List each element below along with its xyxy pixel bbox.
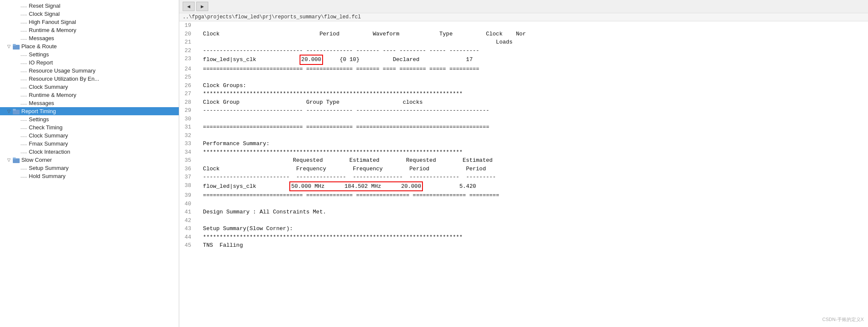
line-row: 22 ------------------------------ ------… [179, 47, 868, 55]
sidebar-item-settings-3[interactable]: ……Settings [0, 115, 179, 123]
line-row: 32 [179, 131, 868, 140]
line-number: 24 [179, 65, 196, 73]
sidebar-item-reset-signal[interactable]: ……Reset Signal [0, 2, 179, 10]
line-number: 37 [179, 173, 196, 181]
line-content: TNS Falling [196, 241, 246, 250]
dash-prefix: …… [20, 35, 27, 41]
line-row: 45 TNS Falling [179, 241, 868, 250]
sidebar-item-runtime-memory-2[interactable]: ……Runtime & Memory [0, 91, 179, 99]
breadcrumb: ..\fpga\projects\flow_led\prj\reports_su… [179, 13, 868, 21]
dash-prefix: …… [20, 84, 27, 90]
folder-icon [13, 108, 20, 114]
line-content: Clock Period Waveform Type Clock Nor [196, 30, 529, 38]
dash-prefix: …… [20, 67, 27, 74]
line-number: 36 [179, 165, 196, 173]
sidebar-item-clock-summary-2[interactable]: ……Clock Summary [0, 131, 179, 140]
expand-icon[interactable]: ▽ [6, 108, 12, 114]
line-number: 31 [179, 123, 196, 131]
line-number: 45 [179, 241, 196, 250]
line-content: -------------------------- -------------… [196, 173, 499, 181]
line-content: ============================== =========… [196, 191, 503, 200]
sidebar-item-io-report[interactable]: ……IO Report [0, 58, 179, 67]
content-area[interactable]: 1920 Clock Period Waveform Type Clock No… [179, 21, 868, 327]
line-row: 37 -------------------------- ----------… [179, 173, 868, 181]
line-row: 27 *************************************… [179, 90, 868, 98]
sidebar-item-clock-signal[interactable]: ……Clock Signal [0, 10, 179, 18]
sidebar-item-high-fanout-signal[interactable]: ……High Fanout Signal [0, 18, 179, 26]
watermark: CSDN-手账的定义X [822, 316, 864, 323]
expand-icon[interactable]: ▽ [6, 44, 12, 50]
sidebar-item-runtime-memory-1[interactable]: ……Runtime & Memory [0, 26, 179, 34]
line-number: 44 [179, 233, 196, 242]
line-content: flow_led|sys_clk 50.000 MHz 184.502 MHz … [196, 181, 480, 192]
sidebar-item-label: Clock Signal [29, 11, 60, 17]
dash-prefix: …… [20, 149, 27, 155]
sidebar-item-hold-summary[interactable]: ……Hold Summary [0, 172, 179, 180]
highlighted-value: 20.000 [300, 55, 323, 65]
sidebar-item-label: High Fanout Signal [29, 19, 76, 25]
sidebar-item-report-timing[interactable]: ▽ Report Timing [0, 107, 179, 115]
line-row: 24 ============================== ======… [179, 65, 868, 73]
sidebar-item-label: Clock Interaction [29, 149, 70, 155]
line-row: 41 Design Summary : All Constraints Met. [179, 208, 868, 216]
nav-bar: ◀ ▶ [179, 0, 868, 13]
folder-icon [13, 157, 20, 163]
line-number: 38 [179, 181, 196, 190]
sidebar-item-resource-usage-summary[interactable]: ……Resource Usage Summary [0, 67, 179, 75]
expand-icon[interactable]: ▽ [6, 157, 12, 163]
sidebar-item-slow-corner[interactable]: ▽ Slow Corner [0, 156, 179, 164]
line-row: 40 [179, 200, 868, 208]
dash-prefix: …… [20, 19, 27, 25]
line-row: 29 ------------------------------ ------… [179, 106, 868, 115]
line-content: Clock Groups: [196, 82, 250, 90]
dash-prefix: …… [20, 27, 27, 33]
line-row: 43 Setup Summary(Slow Corner): [179, 225, 868, 233]
line-content: ****************************************… [196, 90, 466, 98]
sidebar-item-check-timing[interactable]: ……Check Timing [0, 123, 179, 131]
sidebar-item-label: Resource Usage Summary [29, 67, 96, 74]
sidebar-item-messages-1[interactable]: ……Messages [0, 34, 179, 42]
dash-prefix: …… [20, 132, 27, 139]
line-row: 42 [179, 216, 868, 225]
line-row: 35 Requested Estimated Requested Estimat… [179, 156, 868, 165]
line-number: 20 [179, 30, 196, 38]
line-number: 41 [179, 208, 196, 216]
sidebar-item-clock-interaction[interactable]: ……Clock Interaction [0, 148, 179, 156]
nav-back-button[interactable]: ◀ [183, 2, 195, 11]
dash-prefix: …… [20, 124, 27, 131]
line-number: 22 [179, 47, 196, 55]
sidebar-item-label: Resource Utilization By En... [29, 76, 99, 82]
sidebar-item-label: Settings [29, 116, 49, 123]
line-number: 30 [179, 115, 196, 123]
sidebar-item-messages-2[interactable]: ……Messages [0, 99, 179, 107]
line-number: 25 [179, 73, 196, 82]
line-content: Requested Estimated Requested Estimated [196, 156, 496, 165]
line-content: ****************************************… [196, 233, 466, 242]
nav-forward-button[interactable]: ▶ [196, 2, 208, 11]
line-content: ****************************************… [196, 148, 466, 157]
sidebar-item-label: Reset Signal [29, 3, 61, 9]
dash-prefix: …… [20, 140, 27, 147]
line-number: 35 [179, 156, 196, 165]
line-content: ============================== =========… [196, 123, 496, 131]
sidebar: ……Reset Signal……Clock Signal……High Fanou… [0, 0, 179, 327]
sidebar-item-fmax-summary[interactable]: ……Fmax Summary [0, 140, 179, 148]
line-row: 36 Clock Frequency Frequency Period Peri… [179, 165, 868, 173]
sidebar-item-place-route[interactable]: ▽ Place & Route [0, 42, 179, 50]
line-row: 23 flow_led|sys_clk 20.000 {0 10} Declar… [179, 55, 868, 65]
line-row: 26 Clock Groups: [179, 82, 868, 90]
dash-prefix: …… [20, 76, 27, 82]
line-content: ============================== =========… [196, 65, 483, 73]
sidebar-item-settings-2[interactable]: ……Settings [0, 50, 179, 58]
line-content: Loads [196, 38, 516, 47]
dash-prefix: …… [20, 173, 27, 179]
code-view: 1920 Clock Period Waveform Type Clock No… [179, 21, 868, 250]
line-number: 26 [179, 82, 196, 90]
line-row: 31 ============================== ======… [179, 123, 868, 131]
sidebar-item-label: Runtime & Memory [29, 27, 76, 33]
sidebar-item-resource-utilization[interactable]: ……Resource Utilization By En... [0, 75, 179, 83]
sidebar-item-setup-summary[interactable]: ……Setup Summary [0, 164, 179, 172]
sidebar-item-label: Slow Corner [21, 157, 52, 163]
sidebar-item-clock-summary-1[interactable]: ……Clock Summary [0, 83, 179, 91]
line-content: Design Summary : All Constraints Met. [196, 208, 329, 216]
